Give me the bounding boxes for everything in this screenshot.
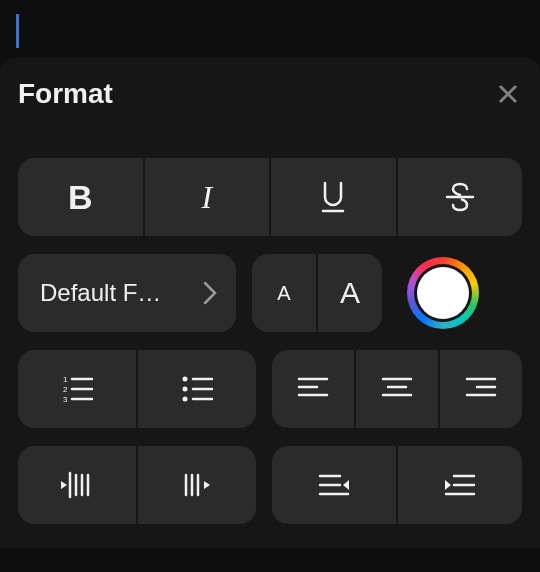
svg-point-12 bbox=[183, 397, 188, 402]
color-swatch-icon bbox=[417, 267, 469, 319]
underline-icon bbox=[318, 180, 348, 214]
alignment-group bbox=[272, 350, 522, 428]
decrease-indent-button[interactable] bbox=[18, 446, 136, 524]
font-size-group: A A bbox=[252, 254, 382, 332]
svg-text:2: 2 bbox=[63, 385, 68, 394]
decrease-indent-icon bbox=[60, 470, 94, 500]
strikethrough-button[interactable] bbox=[398, 158, 523, 236]
text-direction-rtl-button[interactable] bbox=[272, 446, 396, 524]
indent-group bbox=[18, 446, 256, 524]
small-a-icon: A bbox=[277, 282, 290, 305]
panel-header: Format bbox=[18, 58, 522, 130]
align-right-icon bbox=[465, 375, 497, 403]
align-center-icon bbox=[381, 375, 413, 403]
text-style-row: B I bbox=[18, 158, 522, 236]
font-name-label: Default F… bbox=[40, 279, 161, 307]
color-picker-slot bbox=[398, 254, 488, 332]
big-a-icon: A bbox=[340, 276, 360, 310]
font-picker-button[interactable]: Default F… bbox=[18, 254, 236, 332]
numbered-list-icon: 1 2 3 bbox=[60, 374, 94, 404]
svg-marker-34 bbox=[204, 481, 210, 489]
text-color-button[interactable] bbox=[407, 257, 479, 329]
list-align-row: 1 2 3 bbox=[18, 350, 522, 428]
svg-point-11 bbox=[183, 387, 188, 392]
italic-button[interactable]: I bbox=[145, 158, 270, 236]
svg-marker-27 bbox=[61, 481, 67, 489]
indent-direction-row bbox=[18, 446, 522, 524]
format-panel: Format B I bbox=[0, 58, 540, 548]
text-direction-ltr-button[interactable] bbox=[398, 446, 522, 524]
align-center-button[interactable] bbox=[356, 350, 438, 428]
list-group: 1 2 3 bbox=[18, 350, 256, 428]
font-size-larger-button[interactable]: A bbox=[318, 254, 382, 332]
align-right-button[interactable] bbox=[440, 350, 522, 428]
text-cursor bbox=[16, 14, 19, 48]
bold-icon: B bbox=[68, 178, 93, 217]
close-icon bbox=[496, 82, 520, 106]
svg-text:3: 3 bbox=[63, 395, 68, 404]
increase-indent-button[interactable] bbox=[138, 446, 256, 524]
svg-text:1: 1 bbox=[63, 375, 68, 384]
close-button[interactable] bbox=[494, 80, 522, 108]
svg-point-10 bbox=[183, 377, 188, 382]
bold-button[interactable]: B bbox=[18, 158, 143, 236]
bulleted-list-icon bbox=[180, 374, 214, 404]
rtl-icon bbox=[316, 471, 352, 499]
chevron-right-icon bbox=[202, 280, 218, 306]
ltr-icon bbox=[442, 471, 478, 499]
svg-marker-39 bbox=[445, 480, 451, 490]
align-left-button[interactable] bbox=[272, 350, 354, 428]
italic-icon: I bbox=[201, 179, 212, 216]
bulleted-list-button[interactable] bbox=[138, 350, 256, 428]
font-size-smaller-button[interactable]: A bbox=[252, 254, 316, 332]
svg-marker-38 bbox=[343, 480, 349, 490]
font-row: Default F… A A bbox=[18, 254, 522, 332]
editor-area[interactable] bbox=[0, 0, 540, 58]
align-left-icon bbox=[297, 375, 329, 403]
strikethrough-icon bbox=[444, 181, 476, 213]
text-direction-group bbox=[272, 446, 522, 524]
increase-indent-icon bbox=[180, 470, 214, 500]
underline-button[interactable] bbox=[271, 158, 396, 236]
numbered-list-button[interactable]: 1 2 3 bbox=[18, 350, 136, 428]
text-style-group: B I bbox=[18, 158, 522, 236]
controls-grid: B I Default F… bbox=[18, 158, 522, 524]
panel-title: Format bbox=[18, 78, 113, 110]
